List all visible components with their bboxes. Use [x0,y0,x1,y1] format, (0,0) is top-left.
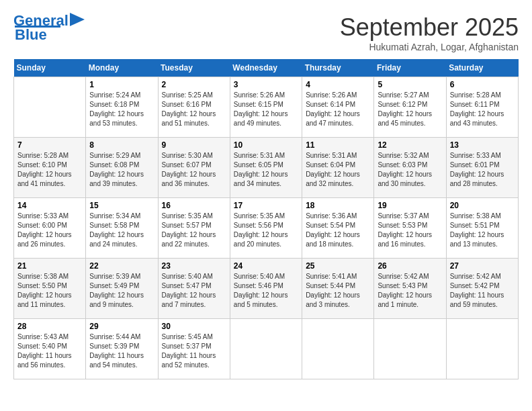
day-number: 3 [234,80,298,89]
sunset-text: Sunset: 5:57 PM [162,221,226,230]
week-row-3: 14Sunrise: 5:33 AMSunset: 6:00 PMDayligh… [14,198,519,259]
calendar-cell: 29Sunrise: 5:44 AMSunset: 5:39 PMDayligh… [86,319,158,379]
calendar-cell [446,319,518,379]
day-info: Sunrise: 5:30 AMSunset: 6:07 PMDaylight:… [162,151,226,189]
daylight-minutes: and 26 minutes. [17,240,82,249]
day-info: Sunrise: 5:25 AMSunset: 6:16 PMDaylight:… [162,91,226,128]
daylight-text: Daylight: 12 hours [378,109,442,119]
calendar-cell: 16Sunrise: 5:35 AMSunset: 5:57 PMDayligh… [158,198,230,259]
day-header-tuesday: Tuesday [158,59,230,77]
calendar-cell: 5Sunrise: 5:27 AMSunset: 6:12 PMDaylight… [374,77,446,138]
calendar-cell: 14Sunrise: 5:33 AMSunset: 6:00 PMDayligh… [14,198,86,259]
daylight-text: Daylight: 12 hours [378,170,442,179]
day-number: 21 [17,261,82,271]
day-number: 25 [306,261,370,271]
calendar-cell: 30Sunrise: 5:45 AMSunset: 5:37 PMDayligh… [158,319,230,379]
day-number: 22 [89,261,154,271]
sunset-text: Sunset: 5:47 PM [162,281,226,291]
calendar-cell: 19Sunrise: 5:37 AMSunset: 5:53 PMDayligh… [374,198,446,259]
day-number: 8 [89,140,154,150]
day-info: Sunrise: 5:40 AMSunset: 5:46 PMDaylight:… [234,272,298,310]
day-info: Sunrise: 5:34 AMSunset: 5:58 PMDaylight:… [89,212,154,249]
daylight-text: Daylight: 12 hours [162,291,226,300]
daylight-minutes: and 41 minutes. [17,179,82,189]
day-number: 6 [450,80,515,89]
sunset-text: Sunset: 5:40 PM [17,342,82,351]
calendar-cell: 20Sunrise: 5:38 AMSunset: 5:51 PMDayligh… [446,198,518,259]
day-header-thursday: Thursday [302,59,374,77]
daylight-minutes: and 3 minutes. [306,300,370,310]
sunset-text: Sunset: 5:37 PM [162,342,226,351]
daylight-minutes: and 5 minutes. [234,300,298,310]
day-header-wednesday: Wednesday [230,59,302,77]
sunrise-text: Sunrise: 5:44 AM [89,332,154,342]
sunrise-text: Sunrise: 5:38 AM [17,272,82,281]
calendar-cell: 15Sunrise: 5:34 AMSunset: 5:58 PMDayligh… [86,198,158,259]
week-row-4: 21Sunrise: 5:38 AMSunset: 5:50 PMDayligh… [14,259,519,319]
daylight-text: Daylight: 12 hours [450,230,515,240]
daylight-minutes: and 47 minutes. [306,119,370,128]
daylight-minutes: and 49 minutes. [234,119,298,128]
sunset-text: Sunset: 5:51 PM [450,221,515,230]
sunset-text: Sunset: 5:39 PM [89,342,154,351]
day-number: 30 [162,322,226,331]
day-number: 24 [234,261,298,271]
sunset-text: Sunset: 6:16 PM [162,100,226,109]
calendar-cell: 25Sunrise: 5:41 AMSunset: 5:44 PMDayligh… [302,259,374,319]
calendar-cell: 7Sunrise: 5:28 AMSunset: 6:10 PMDaylight… [14,138,86,198]
day-number: 29 [89,322,154,331]
daylight-text: Daylight: 12 hours [450,170,515,179]
sunset-text: Sunset: 5:54 PM [306,221,370,230]
day-info: Sunrise: 5:24 AMSunset: 6:18 PMDaylight:… [89,91,154,128]
logo: General Blue [13,13,85,44]
day-number: 10 [234,140,298,150]
daylight-minutes: and 53 minutes. [89,119,154,128]
day-number: 7 [17,140,82,150]
sunset-text: Sunset: 6:04 PM [306,161,370,170]
daylight-minutes: and 24 minutes. [89,240,154,249]
daylight-text: Daylight: 12 hours [378,230,442,240]
daylight-text: Daylight: 11 hours [89,351,154,361]
daylight-text: Daylight: 12 hours [162,109,226,119]
daylight-minutes: and 32 minutes. [306,179,370,189]
day-info: Sunrise: 5:38 AMSunset: 5:50 PMDaylight:… [17,272,82,310]
sunrise-text: Sunrise: 5:25 AM [162,91,226,100]
sunrise-text: Sunrise: 5:33 AM [17,212,82,221]
day-info: Sunrise: 5:31 AMSunset: 6:04 PMDaylight:… [306,151,370,189]
daylight-text: Daylight: 11 hours [450,291,515,300]
sunset-text: Sunset: 6:01 PM [450,161,515,170]
daylight-minutes: and 52 minutes. [162,361,226,370]
sunrise-text: Sunrise: 5:30 AM [162,151,226,161]
sunrise-text: Sunrise: 5:26 AM [306,91,370,100]
calendar-cell: 4Sunrise: 5:26 AMSunset: 6:14 PMDaylight… [302,77,374,138]
day-info: Sunrise: 5:37 AMSunset: 5:53 PMDaylight:… [378,212,442,249]
sunrise-text: Sunrise: 5:34 AM [89,212,154,221]
header-row: SundayMondayTuesdayWednesdayThursdayFrid… [14,59,519,77]
sunrise-text: Sunrise: 5:40 AM [162,272,226,281]
logo-arrow-icon [70,13,85,26]
sunset-text: Sunset: 6:07 PM [162,161,226,170]
calendar-cell: 18Sunrise: 5:36 AMSunset: 5:54 PMDayligh… [302,198,374,259]
daylight-minutes: and 7 minutes. [162,300,226,310]
day-info: Sunrise: 5:35 AMSunset: 5:57 PMDaylight:… [162,212,226,249]
daylight-text: Daylight: 12 hours [162,170,226,179]
sunset-text: Sunset: 5:49 PM [89,281,154,291]
daylight-text: Daylight: 12 hours [17,170,82,179]
calendar-cell: 12Sunrise: 5:32 AMSunset: 6:03 PMDayligh… [374,138,446,198]
day-number: 26 [378,261,442,271]
day-info: Sunrise: 5:39 AMSunset: 5:49 PMDaylight:… [89,272,154,310]
location: Hukumati Azrah, Logar, Afghanistan [340,42,519,52]
daylight-text: Daylight: 12 hours [89,230,154,240]
day-number: 28 [17,322,82,331]
svg-marker-0 [70,13,85,26]
day-info: Sunrise: 5:26 AMSunset: 6:15 PMDaylight:… [234,91,298,128]
day-number: 11 [306,140,370,150]
sunset-text: Sunset: 5:58 PM [89,221,154,230]
sunset-text: Sunset: 6:15 PM [234,100,298,109]
calendar-cell: 6Sunrise: 5:28 AMSunset: 6:11 PMDaylight… [446,77,518,138]
daylight-text: Daylight: 12 hours [450,109,515,119]
sunrise-text: Sunrise: 5:33 AM [450,151,515,161]
sunset-text: Sunset: 5:43 PM [378,281,442,291]
day-number: 4 [306,80,370,89]
sunrise-text: Sunrise: 5:35 AM [234,212,298,221]
